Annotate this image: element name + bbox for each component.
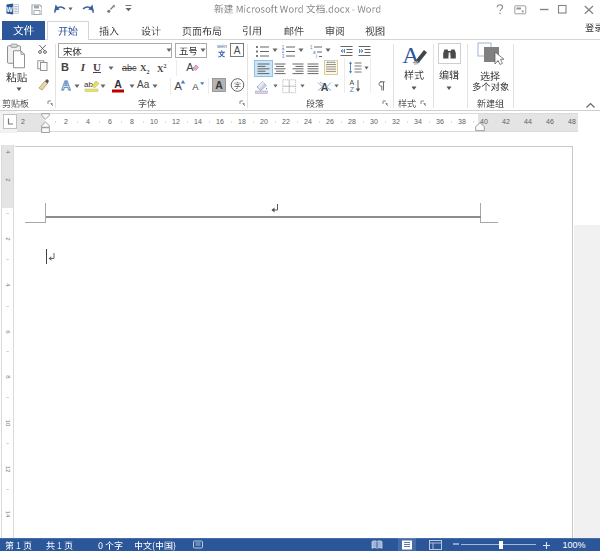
svg-text:A: A bbox=[215, 79, 223, 91]
svg-text:A: A bbox=[192, 81, 199, 92]
svg-text:ab: ab bbox=[84, 80, 93, 89]
svg-text:A: A bbox=[174, 80, 182, 92]
svg-text:A: A bbox=[114, 78, 122, 90]
svg-text:A: A bbox=[233, 45, 240, 56]
svg-text:i: i bbox=[316, 54, 317, 58]
svg-text:A: A bbox=[349, 79, 354, 86]
svg-text:A: A bbox=[61, 78, 71, 92]
svg-text:A: A bbox=[186, 61, 194, 73]
svg-text:Z: Z bbox=[349, 86, 354, 93]
svg-text:3: 3 bbox=[282, 54, 285, 59]
svg-text:wén: wén bbox=[217, 43, 227, 49]
svg-text:W: W bbox=[7, 6, 14, 13]
